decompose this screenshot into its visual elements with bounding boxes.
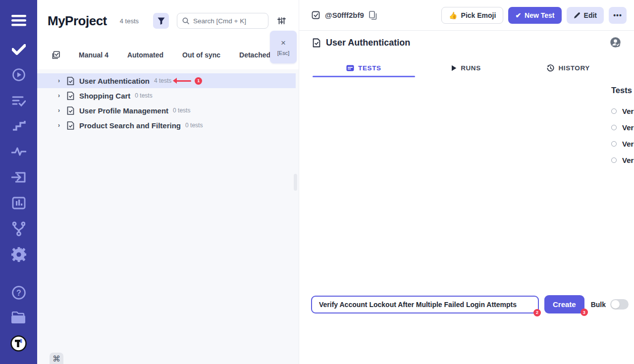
tab-manual[interactable]: Manual 4 [79,51,108,59]
tests-heading-label: Tests [611,86,632,95]
tab-automated[interactable]: Automated [127,51,163,59]
tree-row-product-search[interactable]: › Product Search and Filtering 0 tests [37,118,296,133]
pick-emoji-button[interactable]: 👍Pick Emoji [441,7,503,24]
select-all-icon [52,51,60,59]
tests-heading: Tests (4) [611,86,634,95]
test-status-circle[interactable] [611,125,617,130]
filter-button[interactable] [153,13,169,29]
tree-row-shopping-cart[interactable]: › Shopping Cart 0 tests [37,88,296,103]
esc-key-label: [Esc] [277,50,289,56]
test-status-circle[interactable] [611,108,617,114]
tree-row-user-profile-management[interactable]: › User Profile Management 0 tests [37,103,296,118]
chevron-right-icon[interactable]: › [58,122,63,129]
suite-count: 0 tests [173,107,190,114]
history-tab-icon [547,64,554,72]
suites-panel: MyProject 4 tests Manual 4 Automated Out… [37,0,299,364]
chevron-right-icon[interactable]: › [58,92,63,99]
tab-out-of-sync[interactable]: Out of sync [182,51,220,59]
create-test-row: 2 Create 3 Bulk [311,295,633,313]
funnel-icon [158,17,165,25]
nav-rail: ? [0,0,37,364]
suite-id: @S0fff2bf9 [325,11,364,19]
project-tests-count: 4 tests [120,17,139,25]
suite-doc-icon [67,77,74,85]
tab-detached[interactable]: Detached [239,51,270,59]
tab-tests-label: TESTS [358,64,381,72]
test-row[interactable]: Verify User Login with Valid Credentials… [611,103,634,119]
detail-tabs: TESTS RUNS HISTORY [313,59,620,77]
tab-tests[interactable]: TESTS [313,59,415,77]
create-button[interactable]: Create [544,295,584,313]
test-title: Verify User Login with Invalid Password [622,123,634,132]
copy-icon [369,11,377,20]
test-status-circle[interactable] [611,141,617,147]
project-title: MyProject [48,13,107,29]
search-input[interactable] [193,17,263,25]
suite-count: 0 tests [185,122,203,129]
suite-checkbox-icon [312,11,320,20]
view-settings-button[interactable] [277,17,286,25]
help-icon[interactable]: ? [0,285,37,300]
chevron-right-icon[interactable]: › [58,77,63,84]
analytics-nav-icon[interactable] [0,196,37,210]
folder-icon[interactable] [0,311,37,325]
tree-row-user-authentication[interactable]: › User Authentication 4 tests 1 [37,73,296,88]
suite-doc-icon [67,92,74,100]
search-box[interactable] [177,13,268,29]
test-status-circle[interactable] [611,157,617,163]
bulk-label: Bulk [591,301,606,309]
tab-runs[interactable]: RUNS [415,59,518,77]
new-test-title-input[interactable] [311,296,539,313]
close-icon[interactable]: × [281,39,286,47]
test-row[interactable]: Verify User Login with Invalid Password … [611,119,634,136]
tests-nav-icon[interactable] [0,43,37,56]
suite-count: 4 tests [154,77,171,84]
test-title: Verify User Login with Valid Credentials [622,107,634,115]
test-row[interactable]: Verify Password Reset Functionality manu… [611,152,634,168]
esc-popup: × [Esc] [270,31,297,63]
hamburger-menu-icon[interactable] [0,13,37,28]
test-plans-nav-icon[interactable] [0,94,37,108]
tab-detached-label: Detached [239,51,270,59]
search-icon [182,17,189,24]
annotation-badge-3: 3 [581,309,588,316]
cmd-key-hint[interactable]: ⌘ [50,353,63,364]
toggle-knob [611,300,620,309]
app-logo[interactable] [0,335,37,351]
scrollbar-thumb[interactable] [294,174,297,191]
copy-id-button[interactable] [369,11,377,20]
assignee-avatar-icon[interactable] [610,37,621,48]
suite-detail-header: @S0fff2bf9 👍Pick Emoji ✔New Test Edit ••… [299,0,634,31]
tab-history[interactable]: HISTORY [517,59,620,77]
activity-nav-icon[interactable] [0,145,37,158]
suite-doc-icon [67,121,74,130]
branches-nav-icon[interactable] [0,221,37,236]
import-nav-icon[interactable] [0,170,37,184]
test-title: Verify Password Reset Functionality [622,156,634,164]
suite-tree: › User Authentication 4 tests 1 › Shoppi… [37,73,296,133]
steps-nav-icon[interactable] [0,119,37,132]
edit-button[interactable]: Edit [567,7,604,24]
runs-tab-icon [451,65,457,71]
suite-title-row: User Authentication [313,38,621,48]
suite-count: 0 tests [135,92,152,99]
suite-title: User Authentication [326,38,410,48]
new-test-button[interactable]: ✔New Test [508,7,561,24]
tab-manual-count: 4 [105,51,108,59]
edit-label: Edit [584,11,597,19]
tab-history-label: HISTORY [558,64,589,72]
settings-gear-icon[interactable] [0,247,37,262]
select-all-button[interactable] [52,51,60,59]
chevron-right-icon[interactable]: › [58,107,63,114]
test-list: Verify User Login with Valid Credentials… [611,103,634,168]
test-row[interactable]: Verify User Login with Empty Username ma… [611,136,634,152]
thumbs-up-icon: 👍 [449,11,457,19]
bulk-toggle[interactable] [610,299,629,310]
new-test-label: New Test [525,11,554,19]
test-title: Verify User Login with Empty Username [622,140,634,148]
pick-emoji-label: Pick Emoji [461,11,496,19]
suite-label: Product Search and Filtering [79,121,181,130]
runs-nav-icon[interactable] [0,68,37,82]
more-actions-button[interactable]: ••• [609,7,627,24]
suite-doc-icon [67,106,74,115]
